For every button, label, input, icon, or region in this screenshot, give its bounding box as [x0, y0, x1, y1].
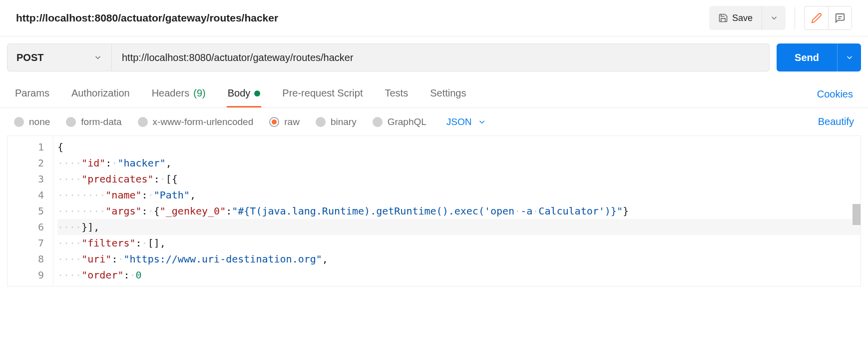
code-line: ········"args":·{"_genkey_0":"#{T(java.l… [57, 203, 861, 219]
code-line: ····"predicates":·[{ [57, 171, 861, 187]
beautify-link[interactable]: Beautify [818, 116, 854, 128]
body-editor[interactable]: 123456789 {····"id":·"hacker",····"predi… [7, 136, 861, 286]
tab-settings[interactable]: Settings [429, 82, 467, 108]
save-dropdown[interactable] [762, 6, 786, 30]
chevron-down-icon [477, 118, 486, 126]
body-type-graphql[interactable]: GraphQL [373, 116, 427, 128]
body-type-formdata[interactable]: form-data [66, 116, 121, 128]
tab-tests[interactable]: Tests [384, 82, 409, 108]
tab-prerequest[interactable]: Pre-request Script [281, 82, 364, 108]
request-tabs: Params Authorization Headers (9) Body Pr… [0, 78, 868, 108]
code-line: { [57, 139, 861, 155]
tab-headers-label: Headers [152, 88, 190, 99]
radio-icon [373, 117, 383, 127]
cookies-link[interactable]: Cookies [816, 84, 854, 107]
line-number: 1 [7, 139, 44, 155]
content-type-select[interactable]: JSON [446, 116, 487, 128]
save-icon [718, 13, 728, 23]
chevron-down-icon [845, 53, 854, 62]
save-button-group: Save [709, 6, 786, 30]
code-line: ········"name":·"Path", [57, 187, 861, 203]
send-dropdown[interactable] [837, 44, 861, 72]
save-button[interactable]: Save [709, 6, 762, 30]
body-type-row: none form-data x-www-form-urlencoded raw… [0, 108, 868, 136]
line-number: 9 [7, 267, 44, 283]
chevron-down-icon [93, 53, 102, 62]
code-line: ····}], [57, 219, 861, 235]
send-button-group: Send [777, 44, 861, 72]
radio-label: form-data [81, 116, 121, 128]
line-number: 2 [7, 155, 44, 171]
request-header: http://localhost:8080/actuator/gateway/r… [0, 0, 868, 36]
code-area[interactable]: {····"id":·"hacker",····"predicates":·[{… [53, 136, 861, 286]
body-type-urlencoded[interactable]: x-www-form-urlencoded [138, 116, 254, 128]
radio-label: x-www-form-urlencoded [153, 116, 254, 128]
line-number: 4 [7, 187, 44, 203]
edit-button[interactable] [804, 6, 828, 30]
radio-label: none [29, 116, 50, 128]
body-type-raw[interactable]: raw [269, 116, 300, 128]
code-line: ····"id":·"hacker", [57, 155, 861, 171]
pencil-icon [811, 12, 822, 24]
radio-icon [138, 117, 148, 127]
tab-body-label: Body [228, 88, 251, 99]
chevron-down-icon [770, 14, 779, 22]
tab-body[interactable]: Body [227, 82, 262, 108]
scrollbar-thumb[interactable] [853, 204, 861, 225]
line-number: 3 [7, 171, 44, 187]
body-type-none[interactable]: none [14, 116, 50, 128]
send-button[interactable]: Send [777, 44, 837, 72]
http-method-value: POST [16, 52, 43, 64]
request-title: http://localhost:8080/actuator/gateway/r… [16, 12, 709, 24]
header-actions: Save [709, 6, 852, 30]
tab-authorization[interactable]: Authorization [70, 82, 131, 108]
body-type-binary[interactable]: binary [316, 116, 357, 128]
line-number: 7 [7, 235, 44, 251]
radio-icon [316, 117, 326, 127]
line-gutter: 123456789 [7, 136, 53, 286]
content-type-value: JSON [446, 116, 472, 128]
tab-headers[interactable]: Headers (9) [151, 82, 207, 108]
radio-label: GraphQL [388, 116, 427, 128]
code-line: ····"filters":·[], [57, 235, 861, 251]
save-label: Save [732, 13, 753, 24]
radio-icon [269, 117, 279, 127]
line-number: 5 [7, 203, 44, 219]
code-line: ····"uri":·"https://www.uri-destination.… [57, 251, 861, 267]
request-line: POST Send [0, 36, 868, 78]
headers-count: (9) [193, 88, 205, 99]
tab-params[interactable]: Params [14, 82, 50, 108]
url-input[interactable] [112, 44, 770, 72]
divider [795, 7, 795, 29]
comment-icon [835, 12, 846, 24]
radio-icon [66, 117, 76, 127]
body-modified-indicator [254, 90, 260, 96]
line-number: 6 [7, 219, 44, 235]
line-number: 8 [7, 251, 44, 267]
radio-label: binary [331, 116, 357, 128]
radio-label: raw [284, 116, 300, 128]
comment-button[interactable] [828, 6, 852, 30]
side-actions [804, 6, 852, 30]
radio-icon [14, 117, 24, 127]
code-line: ····"order":·0 [57, 267, 861, 283]
http-method-select[interactable]: POST [7, 44, 112, 72]
